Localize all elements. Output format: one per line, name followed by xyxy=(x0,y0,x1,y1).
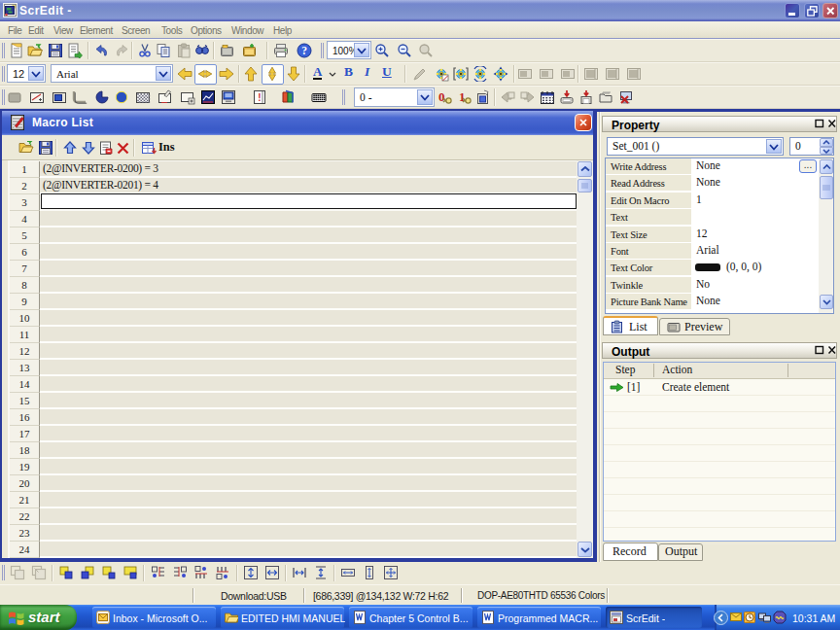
svg-text:1: 1 xyxy=(459,89,466,104)
svg-text:!: ! xyxy=(258,92,261,103)
svg-text:?: ? xyxy=(301,45,307,56)
